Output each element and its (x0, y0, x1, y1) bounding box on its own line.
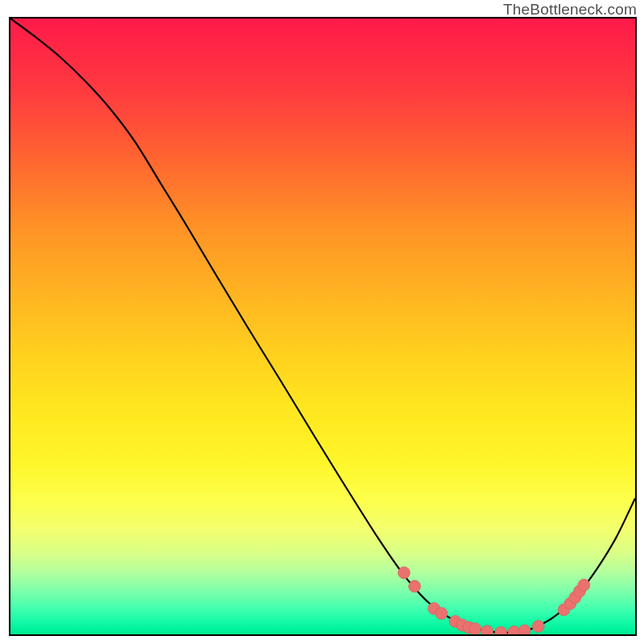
brand-watermark: TheBottleneck.com (503, 1, 637, 19)
marker-dot (409, 580, 421, 592)
marker-dot (532, 621, 544, 633)
marker-dot (398, 567, 410, 579)
marker-dot (578, 579, 590, 591)
marker-dot (495, 626, 507, 636)
curve-layer (10, 19, 635, 634)
plot-area (9, 17, 637, 636)
bottleneck-curve (10, 19, 635, 633)
marker-dot (469, 623, 481, 635)
marker-dot (518, 625, 530, 636)
chart-root: TheBottleneck.com (0, 0, 644, 644)
marker-dot (436, 608, 448, 620)
marker-dot (508, 625, 520, 636)
marker-dot (481, 625, 493, 636)
